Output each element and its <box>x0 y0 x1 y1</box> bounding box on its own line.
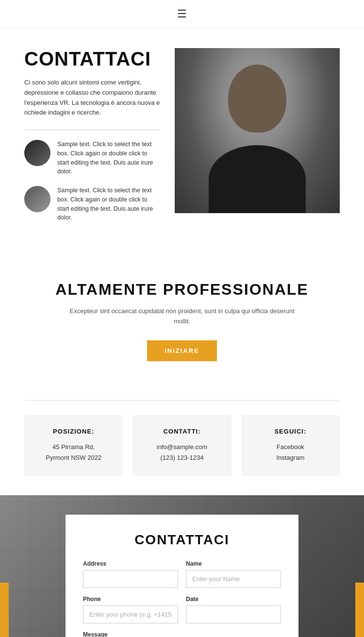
avatar-image-2 <box>24 186 50 212</box>
form-group-date: Date <box>186 596 281 623</box>
iniziare-button[interactable]: INIZIARE <box>147 340 217 361</box>
avatar-1 <box>24 140 50 166</box>
contact-title: CONTATTACI <box>24 48 160 70</box>
date-input[interactable] <box>186 605 281 623</box>
info-card-contatti: CONTATTI: info@sample.com (123) 123-1234 <box>132 415 231 476</box>
portrait-body <box>209 145 306 213</box>
divider <box>24 130 160 130</box>
phone-input[interactable] <box>83 605 178 623</box>
posizione-line2: Pyrmont NSW 2022 <box>46 454 101 461</box>
contact-right <box>175 48 340 213</box>
date-label: Date <box>186 596 281 603</box>
contatti-title: CONTATTI: <box>142 428 221 435</box>
seguici-instagram[interactable]: Instagram <box>251 453 330 463</box>
contatti-content: info@sample.com (123) 123-1234 <box>142 442 221 463</box>
message-label: Message <box>83 631 281 637</box>
section-info-cards: POSIZIONE: 45 Pirrama Rd, Pyrmont NSW 20… <box>0 401 364 495</box>
form-row-message: Message <box>83 631 281 637</box>
address-label: Address <box>83 560 178 567</box>
form-group-phone: Phone <box>83 596 178 623</box>
person-item-1: Sample text. Click to select the text bo… <box>24 140 160 176</box>
person-item-2: Sample text. Click to select the text bo… <box>24 186 160 222</box>
professional-description: Excepteur sint occaecat cupidatat non pr… <box>66 306 298 327</box>
form-row-address-name: Address Name <box>83 560 281 588</box>
form-group-address: Address <box>83 560 178 588</box>
posizione-content: 45 Pirrama Rd, Pyrmont NSW 2022 <box>34 442 113 463</box>
orange-accent-right <box>355 583 364 637</box>
portrait-image <box>175 48 340 213</box>
person-text-2: Sample text. Click to select the text bo… <box>57 186 160 222</box>
seguici-facebook[interactable]: Facebook <box>251 442 330 453</box>
form-group-message: Message <box>83 631 281 637</box>
person-text-1: Sample text. Click to select the text bo… <box>57 140 160 176</box>
avatar-image-1 <box>24 140 50 166</box>
seguici-title: SEGUICI: <box>251 428 330 435</box>
contatti-email[interactable]: info@sample.com <box>142 442 221 453</box>
portrait-head <box>228 65 286 133</box>
professional-title: ALTAMENTE PROFESSIONALE <box>24 281 340 299</box>
info-card-posizione: POSIZIONE: 45 Pirrama Rd, Pyrmont NSW 20… <box>24 415 123 476</box>
contact-left: CONTATTACI Ci sono solo alcuni sintomi c… <box>24 48 160 232</box>
avatar-2 <box>24 186 50 212</box>
name-label: Name <box>186 560 281 567</box>
posizione-title: POSIZIONE: <box>34 428 113 435</box>
form-row-phone-date: Phone Date <box>83 596 281 623</box>
orange-accent-left <box>0 583 9 637</box>
menu-icon[interactable]: ☰ <box>177 8 187 20</box>
address-input[interactable] <box>83 570 178 588</box>
seguici-content: Facebook Instagram <box>251 442 330 463</box>
form-container: CONTATTACI Address Name Phone Date M <box>66 515 298 637</box>
form-title: CONTATTACI <box>83 532 281 548</box>
name-input[interactable] <box>186 570 281 588</box>
posizione-line1: 45 Pirrama Rd, <box>52 443 95 451</box>
section-contact-top: CONTATTACI Ci sono solo alcuni sintomi c… <box>0 29 364 251</box>
section-professional: ALTAMENTE PROFESSIONALE Excepteur sint o… <box>0 251 364 381</box>
header: ☰ <box>0 0 364 29</box>
portrait-bg <box>175 48 340 213</box>
contatti-phone[interactable]: (123) 123-1234 <box>142 453 221 463</box>
contact-description: Ci sono solo alcuni sintomi come vertigi… <box>24 78 160 118</box>
form-group-name: Name <box>186 560 281 588</box>
section-form-bg: CONTATTACI Address Name Phone Date M <box>0 495 364 637</box>
phone-label: Phone <box>83 596 178 603</box>
info-card-seguici: SEGUICI: Facebook Instagram <box>241 415 340 476</box>
